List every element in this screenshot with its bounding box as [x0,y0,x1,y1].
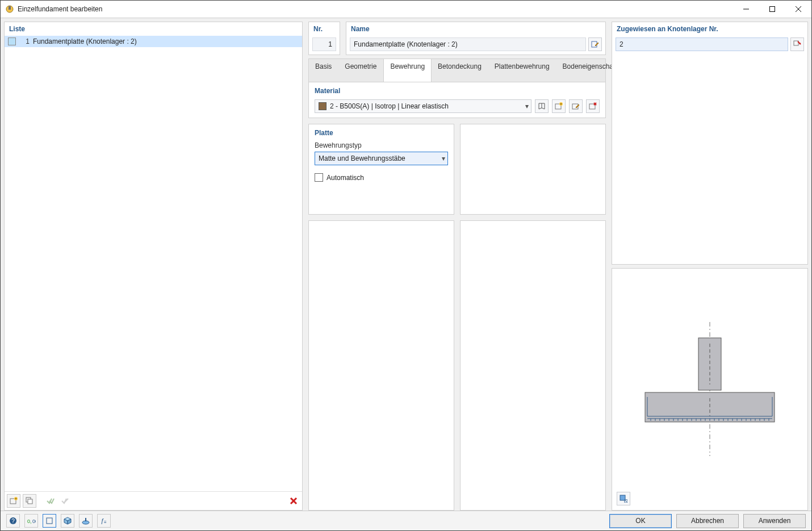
list-item-number: 1 [19,37,30,45]
tab-geometrie[interactable]: Geometrie [338,59,383,82]
number-field-group: Nr. 1 [308,22,340,55]
svg-text:00: 00 [32,519,36,524]
name-label: Name [346,22,605,35]
close-button[interactable] [785,1,811,18]
maximize-button[interactable] [759,1,785,18]
svg-text:≡: ≡ [104,520,107,525]
auto-checkbox[interactable] [315,173,323,182]
chevron-down-icon: ▾ [442,154,445,162]
svg-text:?: ? [11,518,15,524]
material-new-button[interactable] [552,99,566,113]
empty-section-bottom-right [460,220,606,511]
svg-rect-71 [47,518,52,524]
delete-item-button[interactable] [287,495,300,507]
units-button[interactable]: 0,00 [24,514,38,528]
material-title: Material [315,87,600,95]
chevron-down-icon: ▾ [525,102,529,110]
material-section: Material 2 - B500S(A) | Isotrop | Linear… [308,82,606,118]
info-button[interactable] [79,514,93,528]
uncheck-all-button[interactable] [59,495,72,507]
plate-title: Platte [315,129,448,137]
tab-bewehrung[interactable]: Bewehrung [383,59,432,82]
tab-bar: Basis Geometrie Bewehrung Betondeckung P… [308,58,606,82]
plate-section: Platte Bewehrungstyp Matte und Bewehrung… [308,124,454,215]
empty-section-top-right [460,124,606,215]
list-body[interactable]: 1 Fundamentplatte (Knotenlager : 2) [5,36,302,491]
check-all-button[interactable] [44,495,57,507]
material-value: 2 - B500S(A) | Isotrop | Linear elastisc… [330,102,449,110]
footer: ? 0,00 ƒ≡ OK Abbrechen Anwenden [1,511,811,530]
tab-betondeckung[interactable]: Betondeckung [432,59,488,82]
svg-rect-3 [770,7,775,12]
name-field-group: Name Fundamentplatte (Knotenlager : 2) [346,22,606,55]
preview-panel[interactable] [612,268,808,511]
material-delete-button[interactable] [586,99,600,113]
apply-button[interactable]: Anwenden [743,514,806,528]
assigned-field-group: Zugewiesen an Knotenlager Nr. 2 [612,22,808,265]
ok-button[interactable]: OK [609,514,672,528]
tab-basis[interactable]: Basis [309,59,338,82]
list-item-swatch [8,37,16,45]
minimize-button[interactable] [733,1,759,18]
empty-section-bottom-left [308,220,454,511]
titlebar: Einzelfundament bearbeiten [1,1,811,18]
help-button[interactable]: ? [6,514,20,528]
list-header: Liste [5,22,302,36]
tab-plattenbewehrung[interactable]: Plattenbewehrung [488,59,556,82]
assigned-value[interactable]: 2 [616,37,788,51]
preview-settings-button[interactable] [617,492,630,505]
number-label: Nr. [309,22,340,35]
svg-rect-11 [28,499,32,504]
name-value[interactable]: Fundamentplatte (Knotenlager : 2) [350,37,586,51]
view-2d-button[interactable] [43,514,56,528]
rename-button[interactable] [588,37,602,51]
new-item-button[interactable] [7,494,20,508]
view-3d-button[interactable] [61,514,74,528]
reinforcement-type-label: Bewehrungstyp [315,141,448,149]
copy-item-button[interactable] [23,494,36,508]
assigned-label: Zugewiesen an Knotenlager Nr. [612,22,807,35]
material-swatch [319,102,327,110]
reinforcement-type-value: Matte und Bewehrungsstäbe [319,154,405,162]
list-item-label: Fundamentplatte (Knotenlager : 2) [33,37,137,45]
svg-text:0,: 0, [27,519,32,524]
auto-label: Automatisch [327,174,364,182]
number-value[interactable]: 1 [312,37,336,51]
reinforcement-type-combo[interactable]: Matte und Bewehrungsstäbe ▾ [315,152,448,165]
material-library-button[interactable] [535,99,549,113]
svg-rect-76 [85,518,86,521]
pick-node-button[interactable] [790,37,804,51]
window-title: Einzelfundament bearbeiten [18,5,102,13]
list-panel: Liste 1 Fundamentplatte (Knotenlager : 2… [4,22,303,511]
app-icon [5,5,14,14]
foundation-preview-svg [625,315,795,463]
material-combo[interactable]: 2 - B500S(A) | Isotrop | Linear elastisc… [315,99,531,113]
svg-rect-1 [9,6,11,10]
list-item[interactable]: 1 Fundamentplatte (Knotenlager : 2) [5,36,302,47]
cancel-button[interactable]: Abbrechen [676,514,739,528]
material-edit-button[interactable] [569,99,583,113]
script-button[interactable]: ƒ≡ [97,514,111,528]
